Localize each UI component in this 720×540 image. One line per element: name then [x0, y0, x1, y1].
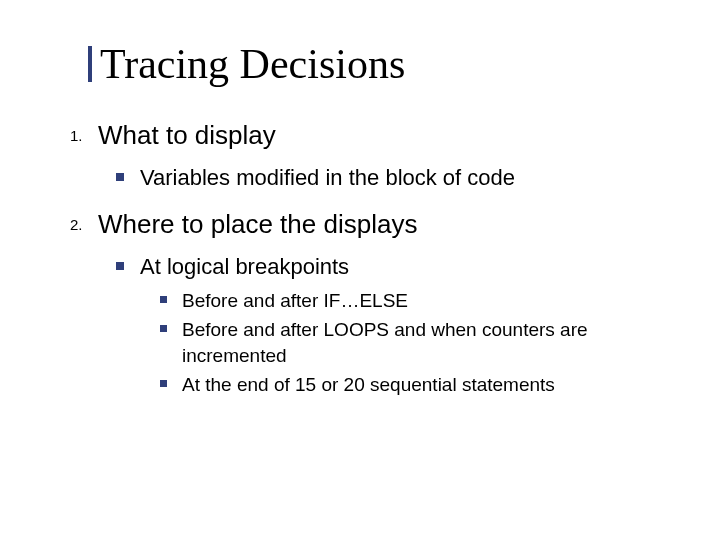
numbered-list: What to display Variables modified in th…	[70, 118, 680, 398]
point-1-label: What to display	[98, 120, 276, 150]
slide: Tracing Decisions What to display Variab…	[0, 0, 720, 540]
point-1: What to display Variables modified in th…	[98, 118, 680, 193]
title-wrap: Tracing Decisions	[100, 40, 680, 88]
accent-bar	[88, 46, 92, 82]
point-2-sub-1-label: At logical breakpoints	[140, 254, 349, 279]
point-2-sub-1: At logical breakpoints Before and after …	[140, 252, 680, 398]
point-2-sublist: At logical breakpoints Before and after …	[98, 252, 680, 398]
point-1-sublist: Variables modified in the block of code	[98, 163, 680, 193]
point-2-detail-list: Before and after IF…ELSE Before and afte…	[140, 288, 680, 399]
point-2: Where to place the displays At logical b…	[98, 207, 680, 398]
slide-content: What to display Variables modified in th…	[70, 118, 680, 398]
point-2-detail-1: Before and after IF…ELSE	[182, 288, 680, 314]
point-1-sub-1: Variables modified in the block of code	[140, 163, 680, 193]
point-2-label: Where to place the displays	[98, 209, 417, 239]
point-2-detail-2: Before and after LOOPS and when counters…	[182, 317, 680, 368]
slide-title: Tracing Decisions	[100, 40, 680, 88]
point-2-detail-3: At the end of 15 or 20 sequential statem…	[182, 372, 680, 398]
